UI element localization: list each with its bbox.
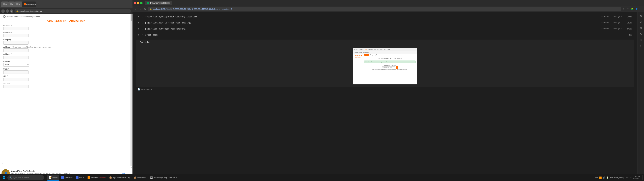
tab-automation[interactable]: automationexercise <box>22 2 36 7</box>
show-desktop-button[interactable] <box>642 175 643 180</box>
taskbar-item-untitled-icon: 📝 <box>48 176 52 179</box>
company-input[interactable] <box>3 41 28 44</box>
state-label: State * <box>3 68 129 70</box>
test-row-after-hooks[interactable]: ▶ ○ After Hooks 4.1s <box>136 32 634 38</box>
new-tab-button[interactable]: + <box>174 2 176 4</box>
special-offers-checkbox[interactable] <box>3 16 6 18</box>
scroll-down-icon[interactable]: ⌄ <box>2 161 4 164</box>
taskbar-item-best-label: best.pt <box>79 177 84 179</box>
sidebar-info-icon[interactable]: ℹ <box>638 44 643 48</box>
company-label: Company <box>3 39 129 41</box>
address2-input[interactable] <box>3 56 28 59</box>
playwright-tab-label: Playwright Test Report <box>150 2 170 4</box>
check-icon-2: ✓ <box>142 22 144 24</box>
taskbar-item-download-png-icon: 🖼 <box>150 176 153 179</box>
tray-input-mode: Ai <box>630 177 632 179</box>
pw-forward-button[interactable]: › <box>138 7 142 11</box>
tray-keyboard-icon[interactable]: ⌨ <box>595 176 598 179</box>
sidebar-grid-icon[interactable]: ⊞ <box>638 26 643 30</box>
windows-start-button[interactable] <box>1 175 7 180</box>
playwright-tab[interactable]: ▶ Playwright Test Report <box>145 1 172 5</box>
taskbar-item-yoloville[interactable]: yoloville.pt <box>60 175 74 181</box>
pw-menu-icon[interactable]: ⋮ <box>639 7 643 11</box>
test-row-1[interactable]: ▶ ✓ locator.getByText('Subscription').is… <box>136 14 634 20</box>
window-maximize[interactable] <box>140 2 142 4</box>
pw-extensions-icon[interactable]: 🧩 <box>630 7 634 11</box>
tab-m[interactable]: M <box>1 2 8 7</box>
webpage: Receive special offers from our partners… <box>0 14 132 181</box>
city-group: City * <box>3 75 129 81</box>
tray-network-icon[interactable]: 📶 <box>599 176 602 179</box>
sidebar-settings-icon[interactable]: ⚙ <box>638 14 643 18</box>
right-playwright-panel: ▶ Playwright Test Report + ‹ › ↻ 🔒 local… <box>132 0 644 181</box>
reload-button[interactable]: ↻ <box>10 10 14 13</box>
pw-share-icon[interactable]: ⬆ <box>626 7 630 11</box>
country-select[interactable]: India United States United Kingdom <box>3 63 29 66</box>
address-input[interactable] <box>3 48 28 52</box>
expand-icon-3[interactable]: ▶ <box>138 28 140 30</box>
taskbar-item-login-zip[interactable]: 📦 login-detection.v1....zip <box>108 175 131 181</box>
pw-main-content: ▶ ✓ locator.getByText('Subscription').is… <box>132 12 637 181</box>
ss-sub-email-input <box>382 66 395 68</box>
taskbar-item-untitled[interactable]: 📝 untitled <box>47 175 59 181</box>
pw-back-button[interactable]: ‹ <box>134 7 138 11</box>
pw-profile-icon[interactable]: 👤 <box>635 7 638 11</box>
system-clock[interactable]: 3:45 PM 6/30/2023 <box>633 175 640 180</box>
tab-w[interactable]: W <box>15 2 22 7</box>
test-row-3[interactable]: ▶ ✓ page.click(button[id="subscribe"]) —… <box>136 26 634 32</box>
first-name-label: First name * <box>3 24 129 26</box>
sidebar-bookmark-icon[interactable]: ♡ <box>638 38 643 42</box>
screenshot-label-row[interactable]: 📄 screenshot <box>136 87 634 92</box>
tray-time: 3:45 PM <box>633 175 640 178</box>
test-row-2[interactable]: ▶ ✓ page.fill(input[id="subscribe_email"… <box>136 20 634 26</box>
zipcode-label: Zipcode * <box>3 82 129 84</box>
last-name-label: Last name * <box>3 32 129 34</box>
taskbar-close-icon[interactable]: × <box>176 176 177 179</box>
screenshots-header[interactable]: ▾ Screenshots <box>136 40 634 45</box>
expand-icon-after[interactable]: ▶ <box>138 34 140 36</box>
taskbar-search-bar[interactable]: 🔍 Type here to search <box>8 175 44 180</box>
pw-reload-button[interactable]: ↻ <box>143 7 147 11</box>
test-name-3: page.click(button[id="subscribe"]) <box>145 28 598 30</box>
back-button[interactable]: ‹ <box>1 10 5 13</box>
tab-icon <box>3 3 5 5</box>
sidebar-dots-icon[interactable]: ⋮ <box>638 50 643 55</box>
state-input[interactable] <box>3 70 28 74</box>
window-minimize[interactable] <box>137 2 139 4</box>
taskbar-item-hows-canceled: Canceled <box>99 177 106 178</box>
first-name-input[interactable] <box>3 27 28 30</box>
pw-address-bar[interactable]: 🔒 localhost:5123/#?testId=0c3080e206e584… <box>148 7 621 11</box>
expand-icon-1[interactable]: ▶ <box>138 16 140 18</box>
test-duration-2: 131ms <box>624 22 632 24</box>
ss-cart-empty-msg: Cart is empty! Click here to buy product… <box>364 56 416 60</box>
city-input[interactable] <box>3 78 28 81</box>
sidebar-share-icon[interactable]: ↗ <box>638 20 643 24</box>
zipcode-input[interactable] <box>3 85 28 88</box>
address-bar[interactable]: 🔒 automationexercise.com/signup <box>14 9 131 13</box>
sidebar-refresh-icon[interactable]: ↻ <box>638 32 643 36</box>
tray-battery-icon[interactable]: 🔋 <box>606 176 609 179</box>
tray-language: ENG <box>625 177 629 179</box>
window-close[interactable] <box>134 2 136 4</box>
scrollbar[interactable] <box>130 14 132 181</box>
ad-close-button[interactable]: × <box>130 167 132 169</box>
taskbar-item-best[interactable]: best.pt <box>74 175 86 181</box>
forward-button[interactable]: › <box>6 10 9 13</box>
taskbar-item-download-png[interactable]: 🖼 download (1).png <box>148 175 168 181</box>
ad-title: Control Your Profile Details <box>11 170 119 172</box>
taskbar-item-download-jff[interactable]: 📦 download.jff <box>132 175 148 181</box>
pw-star-icon[interactable]: ☆ <box>622 7 625 11</box>
screenshots-label: Screenshots <box>140 41 151 44</box>
taskbar-item-hows-icon <box>88 176 90 179</box>
expand-icon-2[interactable]: ▶ <box>138 22 140 24</box>
tab-n[interactable]: N <box>8 2 15 7</box>
test-name-2: page.fill(input[id="subscribe_email"]) <box>145 22 598 24</box>
tray-volume-icon[interactable]: 🔊 <box>603 176 605 179</box>
last-name-input[interactable] <box>3 34 28 37</box>
test-file-2: — example11.spec.js:7 <box>599 22 622 24</box>
show-all-button[interactable]: Show All <box>169 177 175 179</box>
ss-body: Automation Exercise Home Shoppin <box>353 54 416 71</box>
test-name-after: After Hooks <box>145 34 621 36</box>
taskbar-item-hows[interactable]: hows.html Canceled <box>86 175 107 181</box>
country-group: Country * India United States United Kin… <box>3 60 129 66</box>
